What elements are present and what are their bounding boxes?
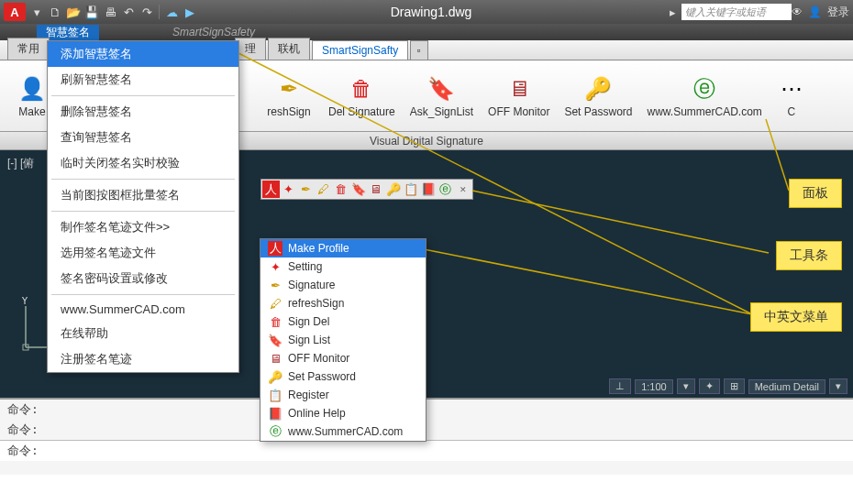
tb-book-icon[interactable]: 📕: [419, 181, 437, 198]
ctx-signdel[interactable]: 🗑Sign Del: [260, 312, 426, 331]
trash-icon: 🗑: [268, 314, 282, 329]
monitor-icon: 🖥: [268, 351, 282, 366]
menu-use-file[interactable]: 选用签名笔迹文件: [48, 240, 238, 266]
save-icon[interactable]: 💾: [83, 4, 101, 20]
login-link[interactable]: 登录: [827, 5, 849, 20]
redo-icon[interactable]: ↷: [138, 4, 156, 20]
tab-expand-icon[interactable]: ▫: [410, 40, 428, 60]
smartsign-menu: 添加智慧签名 刷新智慧签名 删除智慧签名 查询智慧签名 临时关闭签名实时校验 当…: [47, 40, 239, 373]
tab-online[interactable]: 联机: [268, 38, 310, 60]
detail-button[interactable]: Medium Detail: [748, 379, 825, 394]
play-icon[interactable]: ▶: [181, 4, 199, 20]
menu-add-sign[interactable]: 添加智慧签名: [48, 41, 238, 67]
tb-pen-icon[interactable]: ✒: [297, 181, 315, 198]
more-icon: ⋯: [777, 74, 806, 104]
undo-icon[interactable]: ↶: [119, 4, 138, 20]
command-line: 命令: 命令: 命令:: [0, 398, 853, 475]
pen-icon: ✒: [268, 278, 282, 292]
ctx-website[interactable]: ⓔwww.SummerCAD.com: [260, 422, 426, 441]
tb-monitor-icon[interactable]: 🖥: [367, 181, 384, 198]
menu-separator: [51, 95, 235, 96]
ie-icon: ⓔ: [690, 74, 719, 104]
ctx-make-profile[interactable]: 人Make Profile: [260, 239, 426, 257]
user-icon[interactable]: 👤: [808, 5, 822, 18]
tb-seal-icon[interactable]: 🔖: [349, 181, 367, 198]
ctx-setting[interactable]: ✦Setting: [260, 257, 426, 276]
menu-help[interactable]: 在线帮助: [48, 321, 238, 346]
print-icon[interactable]: 🖶: [101, 4, 119, 20]
binoculars-icon[interactable]: 👁: [792, 5, 803, 18]
reg-icon: 📋: [268, 388, 282, 402]
annotation-menu: 中英文菜单: [750, 302, 842, 332]
ribbon-website-button[interactable]: ⓔwww.SummerCAD.com: [639, 60, 769, 131]
menu-website[interactable]: www.SummerCAD.com: [48, 298, 238, 321]
ctx-help[interactable]: 📕Online Help: [260, 404, 426, 422]
ctx-password[interactable]: 🔑Set Password: [260, 367, 426, 386]
menu-delete-sign[interactable]: 删除智慧签名: [48, 99, 238, 125]
seal-icon: 🔖: [268, 333, 282, 347]
tb-reg-icon[interactable]: 📋: [402, 181, 419, 198]
svg-text:Y: Y: [21, 297, 28, 307]
menu-separator: [51, 294, 235, 295]
tb-trash-icon[interactable]: 🗑: [332, 181, 349, 198]
ribbon-delete-button[interactable]: 🗑Del Signature: [321, 60, 403, 131]
ctx-signlist[interactable]: 🔖Sign List: [260, 331, 426, 349]
ribbon-ask-button[interactable]: 🔖Ask_SignList: [403, 60, 481, 131]
ctx-refresh[interactable]: 🖊refreshSign: [260, 294, 426, 312]
menu-separator: [51, 179, 235, 180]
menu-register[interactable]: 注册签名笔迹: [48, 346, 238, 372]
tb-key-icon[interactable]: 🔑: [384, 181, 402, 198]
ribbon-password-button[interactable]: 🔑Set Password: [557, 60, 639, 131]
menubar: 智慧签名 SmartSignSafety: [0, 24, 853, 40]
tab-common[interactable]: 常用: [7, 38, 50, 60]
tb-close-icon[interactable]: ✕: [454, 181, 471, 198]
scale-button[interactable]: 1:100: [635, 379, 673, 394]
cloud-icon[interactable]: ☁: [162, 4, 181, 20]
monitor-off-icon: 🖥: [504, 74, 534, 104]
app-logo-icon[interactable]: A: [4, 3, 26, 21]
tool1-button[interactable]: ✦: [699, 378, 720, 394]
ctx-register[interactable]: 📋Register: [260, 386, 426, 404]
ribbon-refresh-button[interactable]: ✒reshSign: [257, 60, 321, 131]
search-input[interactable]: 键入关键字或短语: [681, 4, 792, 20]
book-icon: 📕: [268, 406, 282, 421]
menu-temp-close[interactable]: 临时关闭签名实时校验: [48, 150, 238, 176]
menu-label: SmartSignSafety: [172, 26, 255, 38]
tb-star-icon[interactable]: ✦: [280, 181, 297, 198]
tab-smartsignsafety[interactable]: SmartSignSafty: [312, 40, 408, 60]
ucs-button[interactable]: ⊥: [609, 378, 631, 394]
tool2-button[interactable]: ⊞: [724, 378, 745, 394]
cmd-history-1: 命令:: [0, 400, 853, 420]
floating-toolbar[interactable]: 人 ✦ ✒ 🖊 🗑 🔖 🖥 🔑 📋 📕 ⓔ ✕: [260, 179, 473, 200]
new-icon[interactable]: 🗋: [46, 4, 64, 20]
ctx-signature[interactable]: ✒Signature: [260, 276, 426, 294]
ribbon-more-button[interactable]: ⋯C: [770, 60, 814, 131]
menu-password[interactable]: 签名密码设置或修改: [48, 266, 238, 291]
pen-icon: ✒: [274, 74, 304, 104]
caret-icon[interactable]: ▸: [663, 4, 681, 20]
menu-query-sign[interactable]: 查询智慧签名: [48, 125, 238, 150]
tab-manage[interactable]: 理: [235, 38, 266, 60]
tb-ie-icon[interactable]: ⓔ: [437, 181, 454, 198]
viewport-label: [-] [俯: [7, 156, 34, 171]
tb-profile-icon[interactable]: 人: [262, 181, 280, 198]
menu-make-file[interactable]: 制作签名笔迹文件>>: [48, 214, 238, 240]
menu-batch-sign[interactable]: 当前图按图框批量签名: [48, 182, 238, 208]
key-icon: 🔑: [268, 369, 282, 384]
ribbon-monitor-button[interactable]: 🖥OFF Monitor: [481, 60, 557, 131]
separator: [159, 5, 160, 19]
open-icon[interactable]: 📂: [64, 4, 83, 20]
detail-dropdown-icon[interactable]: ▾: [829, 378, 847, 394]
scale-dropdown-icon[interactable]: ▾: [677, 378, 695, 394]
menu-separator: [51, 211, 235, 212]
menu-refresh-sign[interactable]: 刷新智慧签名: [48, 67, 238, 93]
tb-pen2-icon[interactable]: 🖊: [315, 181, 332, 198]
ctx-offmonitor[interactable]: 🖥OFF Monitor: [260, 349, 426, 367]
context-menu: 人Make Profile ✦Setting ✒Signature 🖊refre…: [260, 238, 426, 442]
qat-dropdown-icon[interactable]: ▾: [28, 4, 46, 20]
ie-icon: ⓔ: [268, 424, 282, 439]
star-icon: ✦: [268, 259, 282, 274]
annotation-toolbar: 工具条: [776, 241, 842, 270]
cmd-input[interactable]: 命令:: [0, 440, 853, 461]
cmd-history-2: 命令:: [0, 420, 853, 440]
